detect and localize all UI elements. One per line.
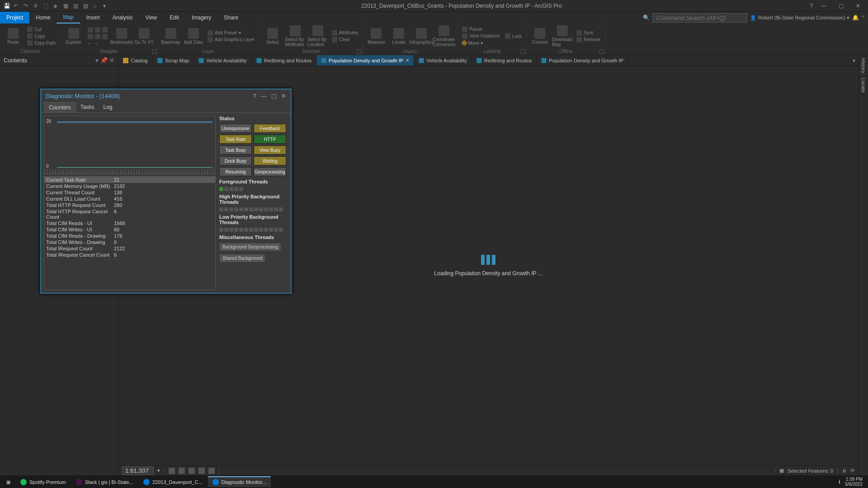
clear-button[interactable]: Clear xyxy=(330,37,360,43)
doc-tab[interactable]: Catalog xyxy=(118,55,153,66)
taskbar-item[interactable]: Spotify Premium xyxy=(16,476,71,487)
taskbar-item[interactable]: Diagnostic Monitor... xyxy=(208,476,271,487)
selected-features-text[interactable]: Selected Features: 0 xyxy=(788,468,834,474)
cut-button[interactable]: Cut xyxy=(25,26,57,33)
tab-share[interactable]: Share xyxy=(217,12,245,23)
tab-project[interactable]: Project xyxy=(0,12,29,23)
statusbar-icon[interactable] xyxy=(198,468,205,474)
counter-row[interactable]: Total CIM Reads - Drawing178 xyxy=(44,233,215,239)
paste-button[interactable]: Paste xyxy=(3,24,24,48)
minimize-button[interactable]: — xyxy=(817,1,830,10)
pause-draw-icon[interactable]: ⏸ xyxy=(842,468,847,474)
qat-icon[interactable]: ⬚ xyxy=(43,3,50,9)
selection-launcher[interactable] xyxy=(357,49,362,54)
diag-tab-tasks[interactable]: Tasks xyxy=(76,102,99,113)
tab-close-icon[interactable]: ✕ xyxy=(406,58,409,63)
contents-menu-icon[interactable]: ▾ xyxy=(95,57,99,64)
labeling-launcher[interactable] xyxy=(521,49,525,54)
lock-button[interactable]: Lock xyxy=(503,33,524,39)
undo-icon[interactable]: ↶ xyxy=(14,3,20,9)
tab-insert[interactable]: Insert xyxy=(80,12,106,23)
dialog-help-icon[interactable]: ? xyxy=(253,93,256,99)
dialog-titlebar[interactable]: Diagnostic Monitor - (14408) ? — ▢ ✕ xyxy=(41,89,291,102)
statusbar-icon[interactable] xyxy=(169,468,175,474)
select-loc-button[interactable]: Select By Location xyxy=(307,24,328,48)
start-button[interactable]: ⊞ xyxy=(2,476,15,487)
tab-imagery[interactable]: Imagery xyxy=(185,12,217,23)
dialog-close-icon[interactable]: ✕ xyxy=(281,93,286,99)
explore-button[interactable]: Explore xyxy=(63,24,84,48)
taskbar-item[interactable]: Slack | gis | Bi-State... xyxy=(71,476,138,487)
scale-combo[interactable] xyxy=(122,466,154,475)
tab-edit[interactable]: Edit xyxy=(163,12,185,23)
infographics-button[interactable]: Infographics xyxy=(411,24,432,48)
statusbar-icon[interactable] xyxy=(189,468,195,474)
attributes-button[interactable]: Attributes xyxy=(330,30,360,36)
nav-icon-row2[interactable] xyxy=(86,33,109,40)
counter-row[interactable]: Total CIM Writes - UI60 xyxy=(44,226,215,233)
misc-shared-bg[interactable]: Shared Background xyxy=(219,254,265,263)
notifications-icon[interactable]: 🔔 xyxy=(852,14,859,21)
save-icon[interactable]: 💾 xyxy=(4,3,10,9)
tab-home[interactable]: Home xyxy=(29,12,57,23)
counter-row[interactable]: Current Thread Count138 xyxy=(44,189,215,196)
counter-row[interactable]: Current Task Rate21 xyxy=(44,177,215,183)
collapse-ribbon-icon[interactable]: ^ xyxy=(862,14,864,21)
counter-row[interactable]: Total CIM Writes - Drawing0 xyxy=(44,239,215,245)
counter-row[interactable]: Total IRequest Cancel Count6 xyxy=(44,252,215,258)
contents-autohide-icon[interactable]: 📌 xyxy=(100,57,108,64)
add-graphics-button[interactable]: Add Graphics Layer xyxy=(206,37,256,43)
doc-tab[interactable]: Population Density and Growth IP✕ xyxy=(316,55,414,66)
coord-button[interactable]: Coordinate Conversion xyxy=(434,24,454,48)
pause-button[interactable]: Pause xyxy=(460,26,501,33)
locate-button[interactable]: Locate xyxy=(388,24,409,48)
offline-launcher[interactable] xyxy=(599,49,604,54)
counter-row[interactable]: Total HTTP Request Cancel Count6 xyxy=(44,208,215,220)
doc-tab[interactable]: Vehicle Availability xyxy=(414,55,472,66)
tray-icon[interactable]: ℹ xyxy=(839,479,840,484)
statusbar-icon[interactable] xyxy=(179,468,185,474)
command-search-input[interactable] xyxy=(652,13,747,23)
basemap-button[interactable]: Basemap xyxy=(160,24,181,48)
tab-view[interactable]: View xyxy=(139,12,163,23)
rail-locate[interactable]: Locate xyxy=(861,78,866,93)
counter-row[interactable]: Total IRequest Count2122 xyxy=(44,245,215,252)
qat-icon[interactable]: ⌂ xyxy=(93,3,99,9)
doc-tab[interactable]: Redlining and Routes xyxy=(472,55,537,66)
goto-button[interactable]: Go To XY xyxy=(134,24,155,48)
diag-tab-log[interactable]: Log xyxy=(99,102,117,113)
remove-button[interactable]: Remove xyxy=(575,37,602,43)
doc-tab[interactable]: Scrap Map xyxy=(153,55,194,66)
taskbar-item[interactable]: 22013_Davenport_C... xyxy=(139,476,207,487)
counter-row[interactable]: Current DLL Load Count416 xyxy=(44,196,215,202)
tab-map[interactable]: Map xyxy=(57,12,80,23)
dialog-maximize-icon[interactable]: ▢ xyxy=(271,93,277,99)
add-data-button[interactable]: Add Data xyxy=(183,24,204,48)
qat-icon[interactable]: ▧ xyxy=(83,3,90,9)
more-button[interactable]: More ▾ xyxy=(460,40,501,47)
scale-dropdown-icon[interactable]: ▾ xyxy=(157,468,160,474)
tab-analysis[interactable]: Analysis xyxy=(106,12,139,23)
counter-row[interactable]: Total HTTP Request Count280 xyxy=(44,202,215,208)
counter-table[interactable]: Current Task Rate21Current Memory Usage … xyxy=(44,176,216,290)
qat-icon[interactable]: ✢ xyxy=(33,3,40,9)
doc-tab[interactable]: Population Density and Growth IP xyxy=(537,55,628,66)
rail-history[interactable]: History xyxy=(861,58,866,73)
download-button[interactable]: Download Map xyxy=(552,24,573,48)
contents-close-icon[interactable]: ✕ xyxy=(109,57,114,64)
statusbar-icon[interactable] xyxy=(208,468,215,474)
clock[interactable]: 1:39 PM 5/6/2022 xyxy=(845,477,863,487)
help-icon[interactable]: ? xyxy=(810,3,813,9)
convert-button[interactable]: Convert xyxy=(529,24,550,48)
copy-path-button[interactable]: Copy Path xyxy=(25,40,57,46)
measure-button[interactable]: Measure xyxy=(366,24,387,48)
counter-row[interactable]: Total CIM Reads - UI1568 xyxy=(44,220,215,226)
add-preset-button[interactable]: Add Preset ▾ xyxy=(206,30,256,36)
user-chip[interactable]: 👤 Robert (Bi-State Regional Commission) … xyxy=(750,15,850,21)
close-button[interactable]: ✕ xyxy=(852,1,864,10)
select-button[interactable]: Select xyxy=(262,24,283,48)
qat-icon[interactable]: ▦ xyxy=(63,3,70,9)
copy-button[interactable]: Copy xyxy=(25,33,57,39)
qat-icon[interactable]: ▥ xyxy=(73,3,80,9)
refresh-icon[interactable]: ⟳ xyxy=(850,468,854,474)
